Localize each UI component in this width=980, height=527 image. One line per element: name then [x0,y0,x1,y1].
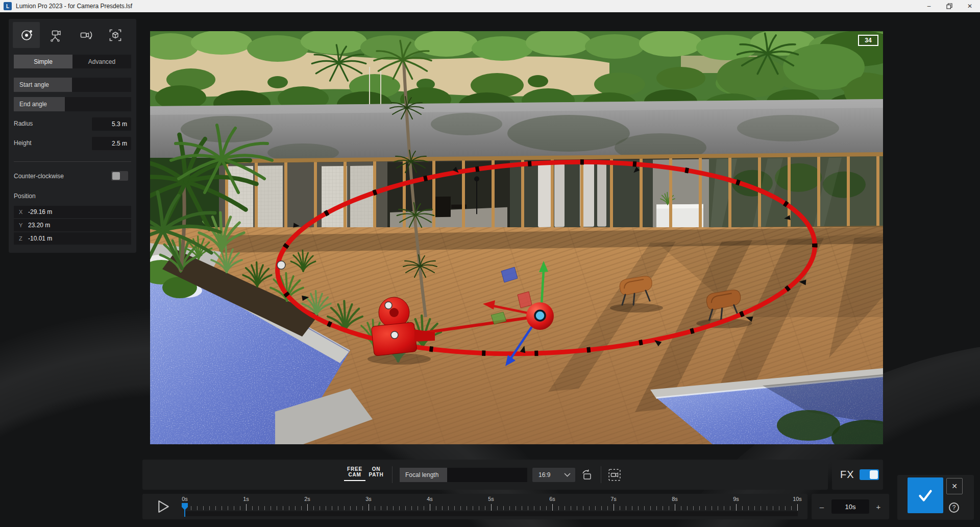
tab-advanced[interactable]: Advanced [72,55,131,68]
tab-camera-rotate[interactable] [72,22,99,48]
toolbar-divider [601,466,601,483]
title-bar: L Lumion Pro 2023 - for Camera Presdets.… [0,0,980,12]
axis-z-label: Z [14,235,28,242]
confirm-button[interactable] [908,477,943,513]
tick-label: 1s [243,496,249,502]
end-angle-button[interactable]: End angle [14,97,65,111]
capture-region-icon [608,468,621,482]
timeline-ruler[interactable]: 0s 1s 2s 3s 4s 5s 6s 7s 8s 9s 10s [185,494,798,519]
tab-scan-object[interactable] [102,22,129,48]
position-label: Position [14,193,36,200]
timeline: 0s 1s 2s 3s 4s 5s 6s 7s 8s 9s 10s [142,494,807,519]
restore-button[interactable] [939,0,960,12]
tick-label: 3s [365,496,372,502]
photo-count-badge: 34 [858,35,878,46]
window-title: Lumion Pro 2023 - for Camera Presdets.ls… [16,3,132,10]
viewport[interactable]: 34 [150,31,883,444]
counter-clockwise-label: Counter-clockwise [14,173,64,180]
cancel-button[interactable]: ✕ [946,478,963,494]
axis-x-label: X [14,209,28,215]
axis-y-value: 23.20 m [28,222,50,229]
tick-label: 9s [733,496,739,502]
orbit-settings-panel: Simple Advanced Start angle End angle Ra… [9,19,136,253]
orientation-button[interactable] [579,468,594,482]
restore-icon [946,3,952,9]
playhead-stem [184,509,185,517]
camera-pivot-handle[interactable] [391,331,398,339]
play-button[interactable] [157,500,170,513]
duration-panel: – 10s + [812,494,889,519]
aspect-ratio-value: 16:9 [538,471,550,478]
tick-label: 0s [182,496,188,502]
tab-orbit-path[interactable] [13,22,40,48]
duration-decrease-button[interactable]: – [816,500,828,513]
camera-dolly-icon [48,28,64,43]
height-field[interactable]: 2.5 m [92,137,131,150]
end-angle-row: End angle [14,97,131,111]
free-cam-button[interactable]: FREE CAM [344,466,365,477]
roof [150,99,883,162]
camera-rotate-icon [78,28,93,43]
toggle-knob [112,172,120,180]
tab-simple[interactable]: Simple [14,55,72,68]
fx-toggle-knob [870,470,878,479]
timeline-track[interactable] [185,511,798,516]
focal-length-button[interactable]: Focal length [400,468,447,482]
tick-label: 8s [672,496,678,502]
axis-z-value: -10.01 m [28,235,52,242]
position-x-field[interactable]: X -29.16 m [14,206,131,218]
camera-toolbar: FREE CAM ON PATH Focal length 16:9 [142,460,828,490]
minimize-button[interactable]: – [919,0,939,12]
duration-increase-button[interactable]: + [872,500,885,513]
radius-label: Radius [14,120,33,127]
counter-clockwise-toggle[interactable] [111,171,128,181]
close-button[interactable]: ✕ [960,0,980,12]
tick-label: 5s [488,496,494,502]
check-icon [916,486,935,505]
on-path-button[interactable]: ON PATH [366,466,386,477]
orientation-icon [580,469,593,481]
position-y-field[interactable]: Y 23.20 m [14,219,131,231]
radius-field[interactable]: 5.3 m [92,117,131,131]
path-handle[interactable] [277,261,285,269]
fx-panel: FX [832,460,883,490]
orbit-path-icon [19,28,34,43]
toolbar-divider [392,466,393,483]
free-cam-active-underline [344,480,365,481]
panel-divider [14,161,131,162]
capture-region-button[interactable] [607,468,622,482]
chevron-down-icon [564,473,571,477]
axis-x-value: -29.16 m [28,208,52,215]
start-angle-row: Start angle [14,78,131,92]
duration-field[interactable]: 10s [831,499,869,514]
fx-toggle[interactable] [860,469,879,480]
aspect-ratio-dropdown[interactable]: 16:9 [532,468,575,482]
lumion-logo-icon: L [4,2,12,10]
confirm-panel: ✕ ? [897,475,974,520]
tick-label: 2s [304,496,310,502]
tick-label: 6s [549,496,555,502]
tick-label: 7s [610,496,617,502]
fx-label: FX [840,469,854,481]
start-angle-button[interactable]: Start angle [14,78,72,92]
axis-y-label: Y [14,222,28,228]
height-label: Height [14,139,32,147]
tick-label: 10s [793,496,802,502]
camera-handle[interactable] [385,302,392,309]
scan-object-icon [108,28,123,43]
help-button[interactable]: ? [949,502,959,513]
position-z-field[interactable]: Z -10.01 m [14,232,131,245]
viewport-3d-scene[interactable] [150,31,883,444]
tick-label: 4s [427,496,433,502]
focal-length-input[interactable] [447,468,527,482]
tab-camera-dolly[interactable] [42,22,69,48]
